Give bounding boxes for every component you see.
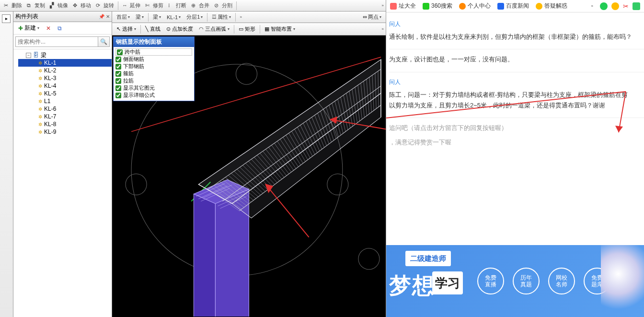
rebar-toggle-5[interactable]: 显示其它图元 [115,84,192,92]
clip-icon[interactable]: ✂ [623,2,629,10]
split-button[interactable]: ⊘分割 [212,1,234,11]
merge-button[interactable]: ⊕合并 [189,1,211,11]
properties-button[interactable]: ☲属性▾ [209,12,233,22]
gear-icon: ✲ [38,83,42,89]
sidebar-expand-button[interactable]: ▸ [2,14,11,23]
tree-item-kl-9[interactable]: ✲KL-9 [18,128,112,136]
bookmark-sites[interactable]: 址大全 [390,2,416,10]
mirror-button[interactable]: ▞镜像 [48,1,70,11]
tree-item-label: KL-4 [44,82,56,89]
extend-button[interactable]: ↔延伸 [120,1,142,11]
trim-button[interactable]: ✄修剪 [143,1,165,11]
category2-dropdown[interactable]: 梁▾ [150,12,163,22]
tree-item-kl-7[interactable]: ✲KL-7 [18,113,112,120]
category-dropdown[interactable]: 梁▾ [133,12,146,22]
rebar-toggle-1[interactable]: 侧面钢筋 [115,56,192,63]
rebar-checkbox[interactable] [117,49,123,55]
tree-item-kl-6[interactable]: ✲KL-6 [18,105,112,113]
qa-text-1: 通长绘制，软件是以柱为支座来判别，但剪力墙内的框架（非框架梁）的箍筋，能布吗？ [389,32,644,42]
control-panel-title[interactable]: 钢筋显示控制面板 [114,37,194,47]
copy-button[interactable]: ⧉复制 [25,1,47,11]
bookmark-baidu[interactable]: 百度新闻 [497,2,529,10]
rebar-control-panel: 钢筋显示控制面板 跨中筋侧面钢筋下部钢筋箍筋拉筋显示其它图元显示详细公式 [113,36,195,101]
rebar-toggle-0[interactable]: 跨中筋 [115,48,192,56]
bookmark-personal[interactable]: 个人中心 [459,2,491,10]
s360-icon [423,3,429,10]
rebar-checkbox[interactable] [115,78,121,84]
tree-root-beam[interactable]: − 🗄 梁 [18,51,112,59]
rebar-toggle-3[interactable]: 箍筋 [115,70,192,77]
smart-icon: ▦ [264,26,269,32]
ad-banner[interactable]: 二级建造师 梦想 学习 免费 直播历年 真题网校 名师免费 题库 [386,245,644,317]
gear-icon: ✲ [38,106,42,112]
browser-bookmark-bar: 址大全 360搜索 个人中心 百度新闻 答疑解惑 » ✂ [386,0,644,12]
copy-component-button[interactable]: ⧉ [56,24,64,33]
main-toolbar: ✂删除 ⧉复制 ▞镜像 ✥移动 ⟳旋转 ↔延伸 ✄修剪 ⁞打断 ⊕合并 ⊘分割 … [0,0,386,12]
subbar-overflow-icon[interactable]: » [240,15,242,19]
tree-item-kl-3[interactable]: ✲KL-3 [18,74,112,82]
3d-viewport[interactable]: 钢筋显示控制面板 跨中筋侧面钢筋下部钢筋箍筋拉筋显示其它图元显示详细公式 [112,35,386,317]
filter-icon: 🗄 [33,52,39,59]
panel-toolbar: ✚新建▾ ✕ ⧉ [13,22,112,35]
arc-icon: ◠ [199,26,204,32]
tree-item-kl-8[interactable]: ✲KL-8 [18,120,112,128]
tree-item-label: KL-1 [44,59,56,66]
tree-item-l1[interactable]: ✲L1 [18,97,112,105]
rebar-toggle-2[interactable]: 下部钢筋 [115,63,192,70]
new-icon: ✚ [18,25,23,32]
drawbar-overflow-icon[interactable]: » [382,27,384,31]
twopoint-button[interactable]: ⇔两点▾ [360,12,384,22]
select-tool[interactable]: ↖选择▾ [114,24,138,34]
bookmark-360[interactable]: 360搜索 [423,2,452,10]
addlen-tool[interactable]: ⊙点加长度 [164,24,196,34]
extension-icon[interactable] [632,2,640,10]
chat-icon[interactable] [600,2,608,10]
rebar-checkbox[interactable] [115,71,121,77]
qa-asker-2: 问人 [389,77,644,87]
smart-tool[interactable]: ▦智能布置▾ [262,24,298,34]
pin-icon[interactable]: 📌 ✕ [99,14,110,19]
component-tree: − 🗄 梁 ✲KL-1✲KL-2✲KL-3✲KL-4✲KL-5✲L1✲KL-6✲… [13,49,112,317]
minimize-icon[interactable] [611,2,619,10]
tree-item-label: L1 [44,98,50,105]
rebar-checkbox[interactable] [115,93,121,98]
rebar-checkbox[interactable] [115,57,121,62]
cursor-icon: ↖ [116,26,121,32]
delete-component-button[interactable]: ✕ [44,24,53,33]
move-button[interactable]: ✥移动 [71,1,93,11]
rebar-checkbox[interactable] [115,64,121,70]
copy-icon: ⧉ [27,2,34,9]
layer-dropdown[interactable]: 分层1▾ [184,12,205,22]
rotate-button[interactable]: ⟳旋转 [94,1,116,11]
floor-dropdown[interactable]: 首层▾ [114,12,132,22]
break-button[interactable]: ⁞打断 [166,1,188,11]
ad-circle-0[interactable]: 免费 直播 [477,268,504,294]
draw-toolbar: ↖选择▾ ╲直线 ⊙点加长度 ◠三点画弧▾ ▭矩形 ▦智能布置▾ » [112,23,386,35]
toolbar-overflow-icon[interactable]: » [382,3,384,8]
tree-item-kl-4[interactable]: ✲KL-4 [18,82,112,90]
rebar-label: 箍筋 [123,70,134,77]
tree-item-kl-2[interactable]: ✲KL-2 [18,67,112,74]
rebar-toggle-4[interactable]: 拉筋 [115,77,192,84]
arc3-tool[interactable]: ◠三点画弧▾ [196,24,232,34]
gear-icon: ✲ [38,114,42,119]
gear-icon: ✲ [38,122,42,127]
search-input[interactable] [15,36,98,47]
new-component-button[interactable]: ✚新建▾ [16,23,41,33]
search-button[interactable]: 🔍 [98,36,110,47]
member-dropdown[interactable]: KL-1▾ [164,12,183,22]
rect-tool[interactable]: ▭矩形 [236,24,258,34]
ad-circle-1[interactable]: 历年 真题 [513,268,540,294]
delete-button[interactable]: ✂删除 [2,1,24,11]
line-tool[interactable]: ╲直线 [143,24,163,34]
ad-circle-2[interactable]: 网校 名师 [548,268,575,294]
svg-point-3 [327,174,348,195]
tree-item-kl-1[interactable]: ✲KL-1 [18,59,112,67]
rebar-checkbox[interactable] [115,85,121,91]
collapse-icon[interactable]: − [26,53,31,58]
bookmark-qa[interactable]: 答疑解惑 [536,2,567,10]
browser-content[interactable]: 问人 通长绘制，软件是以柱为支座来判别，但剪力墙内的框架（非框架梁）的箍筋，能布… [386,12,644,317]
rebar-toggle-6[interactable]: 显示详细公式 [115,92,192,99]
bookmark-overflow[interactable]: » [591,4,593,8]
tree-item-kl-5[interactable]: ✲KL-5 [18,90,112,97]
